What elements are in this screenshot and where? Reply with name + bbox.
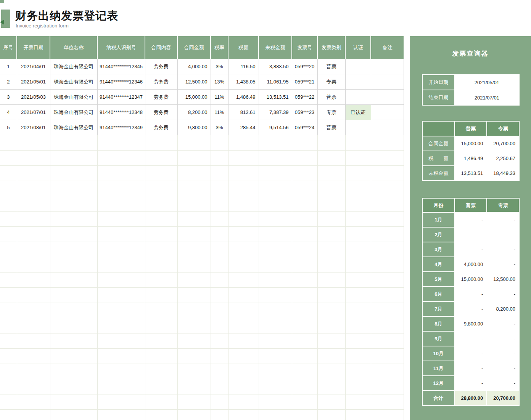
empty-cell[interactable] bbox=[371, 410, 404, 420]
empty-cell[interactable] bbox=[17, 288, 50, 303]
empty-cell[interactable] bbox=[345, 394, 371, 410]
empty-cell[interactable] bbox=[97, 212, 145, 227]
empty-cell[interactable] bbox=[0, 196, 17, 212]
empty-cell[interactable] bbox=[292, 212, 317, 227]
empty-cell[interactable] bbox=[17, 166, 50, 181]
cell-r1-c13[interactable] bbox=[371, 59, 404, 74]
empty-cell[interactable] bbox=[259, 166, 292, 181]
cell-r4-c11[interactable]: 专票 bbox=[317, 105, 345, 120]
empty-cell[interactable] bbox=[0, 410, 17, 420]
empty-cell[interactable] bbox=[317, 227, 345, 242]
cell-r5-c1[interactable]: 5 bbox=[0, 120, 17, 135]
cell-r3-c13[interactable] bbox=[371, 90, 404, 105]
empty-cell[interactable] bbox=[177, 318, 211, 333]
cell-r2-c5[interactable]: 劳务费 bbox=[145, 74, 177, 90]
empty-cell[interactable] bbox=[211, 166, 228, 181]
empty-cell[interactable] bbox=[211, 333, 228, 349]
empty-cell[interactable] bbox=[211, 303, 228, 318]
empty-cell[interactable] bbox=[50, 394, 97, 410]
empty-cell[interactable] bbox=[317, 364, 345, 379]
empty-cell[interactable] bbox=[228, 166, 259, 181]
empty-cell[interactable] bbox=[17, 242, 50, 257]
empty-cell[interactable] bbox=[228, 349, 259, 364]
cell-r2-c7[interactable]: 13% bbox=[211, 74, 228, 90]
empty-cell[interactable] bbox=[145, 166, 177, 181]
empty-cell[interactable] bbox=[97, 257, 145, 273]
cell-r3-c8[interactable]: 1,486.49 bbox=[228, 90, 259, 105]
cell-r5-c8[interactable]: 285.44 bbox=[228, 120, 259, 135]
empty-cell[interactable] bbox=[0, 273, 17, 288]
cell-r1-c5[interactable]: 劳务费 bbox=[145, 59, 177, 74]
empty-cell[interactable] bbox=[0, 151, 17, 166]
empty-cell[interactable] bbox=[97, 349, 145, 364]
cell-r5-c13[interactable] bbox=[371, 120, 404, 135]
empty-cell[interactable] bbox=[259, 242, 292, 257]
empty-cell[interactable] bbox=[228, 364, 259, 379]
empty-cell[interactable] bbox=[17, 257, 50, 273]
cell-r4-c4[interactable]: 91440********12348 bbox=[97, 105, 145, 120]
empty-cell[interactable] bbox=[97, 135, 145, 151]
empty-cell[interactable] bbox=[228, 394, 259, 410]
empty-cell[interactable] bbox=[259, 364, 292, 379]
cell-r2-c9[interactable]: 11,061.95 bbox=[259, 74, 292, 90]
cell-r5-c11[interactable]: 普票 bbox=[317, 120, 345, 135]
empty-cell[interactable] bbox=[345, 318, 371, 333]
cell-r1-c4[interactable]: 91440********12345 bbox=[97, 59, 145, 74]
empty-cell[interactable] bbox=[177, 227, 211, 242]
empty-cell[interactable] bbox=[292, 410, 317, 420]
empty-cell[interactable] bbox=[50, 181, 97, 196]
empty-cell[interactable] bbox=[177, 333, 211, 349]
empty-cell[interactable] bbox=[177, 303, 211, 318]
empty-cell[interactable] bbox=[145, 349, 177, 364]
empty-cell[interactable] bbox=[177, 242, 211, 257]
cell-r3-c6[interactable]: 15,000.00 bbox=[177, 90, 211, 105]
empty-cell[interactable] bbox=[0, 333, 17, 349]
empty-cell[interactable] bbox=[0, 135, 17, 151]
cell-r2-c2[interactable]: 2021/05/01 bbox=[17, 74, 50, 90]
empty-cell[interactable] bbox=[317, 212, 345, 227]
empty-cell[interactable] bbox=[0, 212, 17, 227]
empty-cell[interactable] bbox=[50, 288, 97, 303]
empty-cell[interactable] bbox=[17, 318, 50, 333]
empty-cell[interactable] bbox=[259, 349, 292, 364]
cell-r3-c9[interactable]: 13,513.51 bbox=[259, 90, 292, 105]
empty-cell[interactable] bbox=[50, 151, 97, 166]
cell-r3-c5[interactable]: 劳务费 bbox=[145, 90, 177, 105]
cell-r5-c9[interactable]: 9,514.56 bbox=[259, 120, 292, 135]
empty-cell[interactable] bbox=[371, 227, 404, 242]
empty-cell[interactable] bbox=[211, 364, 228, 379]
cell-r2-c8[interactable]: 1,438.05 bbox=[228, 74, 259, 90]
empty-cell[interactable] bbox=[371, 166, 404, 181]
empty-cell[interactable] bbox=[0, 318, 17, 333]
empty-cell[interactable] bbox=[371, 273, 404, 288]
empty-cell[interactable] bbox=[259, 394, 292, 410]
empty-cell[interactable] bbox=[259, 288, 292, 303]
empty-cell[interactable] bbox=[145, 227, 177, 242]
empty-cell[interactable] bbox=[211, 181, 228, 196]
empty-cell[interactable] bbox=[317, 379, 345, 394]
empty-cell[interactable] bbox=[345, 181, 371, 196]
empty-cell[interactable] bbox=[371, 257, 404, 273]
empty-cell[interactable] bbox=[17, 394, 50, 410]
empty-cell[interactable] bbox=[97, 364, 145, 379]
empty-cell[interactable] bbox=[97, 379, 145, 394]
cell-r2-c12[interactable] bbox=[345, 74, 371, 90]
empty-cell[interactable] bbox=[345, 273, 371, 288]
cell-r1-c8[interactable]: 116.50 bbox=[228, 59, 259, 74]
empty-cell[interactable] bbox=[50, 303, 97, 318]
empty-cell[interactable] bbox=[97, 394, 145, 410]
empty-cell[interactable] bbox=[17, 379, 50, 394]
empty-cell[interactable] bbox=[177, 379, 211, 394]
empty-cell[interactable] bbox=[292, 135, 317, 151]
empty-cell[interactable] bbox=[259, 273, 292, 288]
cell-r5-c10[interactable]: 059***24 bbox=[292, 120, 317, 135]
empty-cell[interactable] bbox=[292, 196, 317, 212]
empty-cell[interactable] bbox=[259, 303, 292, 318]
cell-r4-c5[interactable]: 劳务费 bbox=[145, 105, 177, 120]
empty-cell[interactable] bbox=[345, 379, 371, 394]
cell-r3-c10[interactable]: 059***22 bbox=[292, 90, 317, 105]
start-date-field[interactable]: 2021/05/01 bbox=[455, 75, 519, 90]
cell-r3-c3[interactable]: 珠海金山有限公司 bbox=[50, 90, 97, 105]
empty-cell[interactable] bbox=[371, 151, 404, 166]
cell-r2-c11[interactable]: 专票 bbox=[317, 74, 345, 90]
